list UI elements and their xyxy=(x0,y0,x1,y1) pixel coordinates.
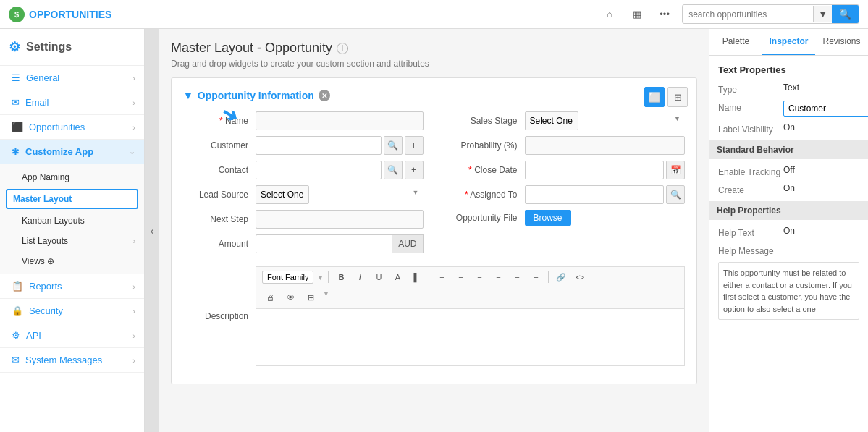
list-ol-btn[interactable]: ≡ xyxy=(528,270,544,284)
reports-icon: 📋 xyxy=(12,281,23,292)
sidebar-collapse-btn[interactable]: ‹ xyxy=(145,29,159,432)
sidebar-header: ⚙ Settings xyxy=(0,29,144,66)
prop-row-enable-tracking: Enable Tracking Off xyxy=(718,165,859,177)
customer-input[interactable] xyxy=(256,136,382,155)
browse-button[interactable]: Browse xyxy=(525,210,571,226)
assigned-to-search-btn[interactable]: 🔍 xyxy=(666,185,685,204)
customer-add-btn[interactable]: + xyxy=(405,136,424,155)
probability-input[interactable] xyxy=(525,136,686,155)
view-form-btn[interactable]: ⬜ xyxy=(644,87,665,107)
sidebar-label-api: API xyxy=(26,330,132,341)
lead-source-select[interactable]: Select One xyxy=(256,185,309,204)
contact-add-btn[interactable]: + xyxy=(405,161,424,179)
sidebar-item-system-messages[interactable]: ✉ System Messages › xyxy=(0,348,144,373)
general-chevron-icon: › xyxy=(132,74,135,82)
info-icon[interactable]: i xyxy=(337,43,348,54)
link-btn[interactable]: 🔗 xyxy=(553,270,569,284)
system-messages-icon: ✉ xyxy=(12,355,20,365)
section-toggle-icon[interactable]: ▼ xyxy=(183,90,193,101)
sidebar-item-opportunities[interactable]: ⬛ Opportunities › xyxy=(0,115,144,140)
toolbar-sep-2 xyxy=(429,271,429,283)
editor-body[interactable] xyxy=(256,308,685,366)
more-button[interactable]: ••• xyxy=(654,4,675,25)
highlight-btn[interactable]: ▌ xyxy=(408,270,424,284)
sidebar-item-email[interactable]: ✉ Email › xyxy=(0,90,144,115)
bold-btn[interactable]: B xyxy=(333,270,349,284)
panel-content: Text Properties Type Text Name Label Vis… xyxy=(709,56,868,329)
close-date-calendar-btn[interactable]: 📅 xyxy=(666,161,685,179)
section-title: Opportunity Information xyxy=(198,90,314,101)
help-message-content: This opportunity must be related to eith… xyxy=(718,262,859,320)
panel-tabs: Palette Inspector Revisions xyxy=(709,29,868,56)
settings-gear-icon: ⚙ xyxy=(9,39,20,55)
currency-suffix: AUD xyxy=(392,234,423,253)
submenu-item-list-layouts[interactable]: List Layouts › xyxy=(0,231,144,251)
italic-btn[interactable]: I xyxy=(352,270,368,284)
sidebar-label-security: Security xyxy=(29,305,132,316)
amount-input[interactable] xyxy=(256,234,392,253)
search-button[interactable]: 🔍 xyxy=(832,5,859,23)
submenu-item-app-naming[interactable]: App Naming xyxy=(0,167,144,187)
sidebar-item-general[interactable]: ☰ General › xyxy=(0,66,144,90)
settings-label: Settings xyxy=(26,41,72,54)
print-btn[interactable]: 🖨 xyxy=(262,290,278,305)
list-ul-btn[interactable]: ≡ xyxy=(509,270,525,284)
align-left-btn[interactable]: ≡ xyxy=(434,270,450,284)
editor-bottom-bar: 🖨 👁 ⊞ ▼ xyxy=(256,287,685,308)
name-prop-input[interactable] xyxy=(783,101,868,117)
preview-btn[interactable]: 👁 xyxy=(282,290,298,305)
sidebar-item-customize[interactable]: ✱ Customize App ⌄ xyxy=(0,140,144,164)
customer-search-btn[interactable]: 🔍 xyxy=(384,136,403,155)
chart-button[interactable]: ▦ xyxy=(627,4,647,25)
tab-revisions[interactable]: Revisions xyxy=(815,29,868,55)
view-grid-btn[interactable]: ⊞ xyxy=(667,87,688,107)
sidebar-item-reports[interactable]: 📋 Reports › xyxy=(0,274,144,299)
customize-icon: ✱ xyxy=(12,146,20,157)
list-layouts-chevron-icon: › xyxy=(133,237,135,245)
name-input[interactable] xyxy=(256,111,424,130)
home-button[interactable]: ⌂ xyxy=(599,4,620,25)
align-center-btn[interactable]: ≡ xyxy=(452,270,468,284)
form-container: ⬜ ⊞ ▼ Opportunity Information ✕ ➔ N xyxy=(171,77,697,384)
underline-btn[interactable]: U xyxy=(371,270,387,284)
prop-row-name: Name xyxy=(718,101,859,117)
lead-source-wrapper: Select One xyxy=(256,185,424,204)
customer-label: Customer xyxy=(183,140,256,151)
tab-inspector[interactable]: Inspector xyxy=(762,29,815,55)
sidebar: ⚙ Settings ☰ General › ✉ Email › ⬛ Oppor… xyxy=(0,29,145,432)
customize-chevron-icon: ⌄ xyxy=(129,147,135,156)
code-btn[interactable]: <> xyxy=(572,270,588,284)
next-step-input[interactable] xyxy=(256,210,424,229)
close-date-input[interactable] xyxy=(525,161,665,179)
submenu-item-views[interactable]: Views ⊕ xyxy=(0,251,144,271)
next-step-label: Next Step xyxy=(183,214,256,224)
toolbar-sep-3 xyxy=(548,271,549,283)
sidebar-item-security[interactable]: 🔒 Security › xyxy=(0,299,144,323)
sales-stage-select[interactable]: Select One xyxy=(525,111,578,130)
top-navigation: $ OPPORTUNITIES ⌂ ▦ ••• ▼ 🔍 xyxy=(0,0,868,29)
sidebar-item-api[interactable]: ⚙ API › xyxy=(0,323,144,348)
security-chevron-icon: › xyxy=(132,307,135,315)
contact-input[interactable] xyxy=(256,161,382,179)
search-dropdown[interactable]: ▼ xyxy=(813,6,832,22)
form-left-column: Name Customer 🔍 + Contact xyxy=(183,111,424,259)
type-value: Text xyxy=(783,82,859,93)
align-right-btn[interactable]: ≡ xyxy=(471,270,487,284)
form-row-customer: Customer 🔍 + xyxy=(183,136,424,155)
form-row-amount: Amount AUD xyxy=(183,234,424,253)
submenu-item-kanban-layouts[interactable]: Kanban Layouts xyxy=(0,211,144,231)
prop-row-help-message: Help Message xyxy=(718,244,859,256)
contact-search-btn[interactable]: 🔍 xyxy=(384,161,403,179)
table-btn[interactable]: ⊞ xyxy=(303,290,319,305)
tab-palette[interactable]: Palette xyxy=(709,29,762,55)
submenu-item-master-layout[interactable]: Master Layout xyxy=(6,189,138,209)
section-remove-btn[interactable]: ✕ xyxy=(319,90,330,101)
font-color-btn[interactable]: A xyxy=(389,270,405,284)
assigned-to-input[interactable] xyxy=(525,185,665,204)
form-row-description: Description Font Family ▼ B I U A ▌ xyxy=(183,266,685,366)
prop-row-create: Create On xyxy=(718,183,859,195)
font-family-btn[interactable]: Font Family xyxy=(262,271,313,284)
justify-btn[interactable]: ≡ xyxy=(490,270,506,284)
nav-icons: ⌂ ▦ ••• xyxy=(599,4,675,25)
search-input[interactable] xyxy=(683,7,813,22)
